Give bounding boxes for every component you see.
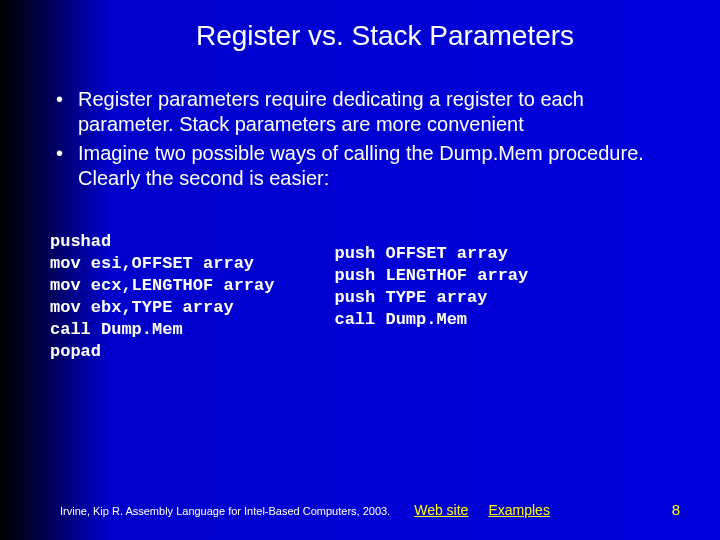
code-block-register: pushad mov esi,OFFSET array mov ecx,LENG… — [50, 231, 274, 364]
code-row: pushad mov esi,OFFSET array mov ecx,LENG… — [50, 231, 680, 364]
bullet-list: Register parameters require dedicating a… — [50, 87, 680, 191]
examples-link[interactable]: Examples — [488, 502, 549, 518]
page-number: 8 — [672, 501, 680, 518]
bullet-item: Register parameters require dedicating a… — [50, 87, 680, 137]
code-block-stack: push OFFSET array push LENGTHOF array pu… — [334, 231, 528, 364]
slide-title: Register vs. Stack Parameters — [50, 20, 680, 52]
footer-links: Web site Examples — [414, 502, 550, 518]
footer: Irvine, Kip R. Assembly Language for Int… — [60, 501, 680, 518]
web-site-link[interactable]: Web site — [414, 502, 468, 518]
slide: Register vs. Stack Parameters Register p… — [0, 0, 720, 540]
footer-citation: Irvine, Kip R. Assembly Language for Int… — [60, 505, 390, 517]
bullet-item: Imagine two possible ways of calling the… — [50, 141, 680, 191]
